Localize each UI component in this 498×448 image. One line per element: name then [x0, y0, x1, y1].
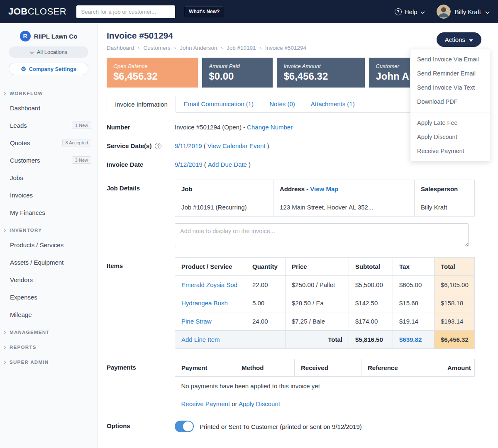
sidebar-item-mileage[interactable]: Mileage — [0, 306, 97, 323]
menu-item-send-invoice-via-text[interactable]: Send Invoice Via Text — [410, 80, 490, 95]
page-title: Invoice #501294 — [107, 31, 481, 41]
company-settings-button[interactable]: ⚙ Company Settings — [9, 63, 88, 75]
or-text: or — [232, 400, 237, 407]
add-line-item-link[interactable]: Add Line Item — [181, 336, 220, 343]
menu-item-apply-discount[interactable]: Apply Discount — [410, 130, 490, 144]
payment-column-header: Payment — [175, 359, 235, 377]
tax-cell: $605.00 — [393, 276, 435, 294]
stat-value: $6,456.32 — [283, 71, 358, 82]
app-logo[interactable]: JOBCLOSER — [8, 6, 66, 17]
help-menu[interactable]: ? Help — [395, 8, 425, 15]
whats-new-label: What's New? — [189, 9, 220, 15]
toggle-knob — [183, 421, 193, 431]
question-circle-icon[interactable]: ? — [155, 143, 161, 149]
sidebar-section-management[interactable]: MANAGEMENT — [0, 323, 97, 338]
sidebar-section-super-admin[interactable]: SUPER ADMIN — [0, 353, 97, 368]
breadcrumb-item-customer-name[interactable]: John Anderson — [180, 45, 217, 51]
logo-text-light: CLOSER — [28, 6, 66, 17]
service-date-label-text: Service Date(s) — [107, 142, 151, 149]
tab-invoice-information[interactable]: Invoice Information — [107, 96, 176, 113]
invoice-number-text: Invoice #501294 (Open) - — [175, 124, 245, 131]
help-label: Help — [405, 8, 417, 15]
sidebar-item-label: Jobs — [10, 174, 23, 181]
table-header-row: Payment Method Received Reference Amount — [175, 359, 475, 377]
breadcrumb-separator: › — [134, 45, 144, 51]
menu-item-send-reminder-email[interactable]: Send Reminder Email — [410, 66, 490, 80]
price-cell: $7.25 / Bale — [286, 312, 349, 331]
breadcrumb-separator: › — [256, 45, 265, 51]
service-date-link[interactable]: 9/11/2019 — [175, 142, 202, 149]
sidebar-item-products-services[interactable]: Products / Services — [0, 236, 97, 253]
sidebar-section-reports[interactable]: REPORTS — [0, 338, 97, 353]
add-due-date-link[interactable]: Add Due Date — [208, 161, 247, 168]
all-locations-selector[interactable]: All Locations — [9, 46, 88, 58]
all-locations-label: All Locations — [37, 49, 68, 55]
product-link[interactable]: Pine Straw — [181, 318, 212, 325]
product-link[interactable]: Emerald Zoysia Sod — [181, 281, 237, 288]
user-menu[interactable]: Billy Kraft — [437, 5, 490, 19]
tab-notes[interactable]: Notes (0) — [261, 96, 303, 113]
app-root: JOBCLOSER What's New? ? Help Billy Kraft… — [0, 0, 498, 448]
sidebar-section-inventory[interactable]: INVENTORY — [0, 221, 97, 236]
price-column-header: Price — [286, 258, 349, 276]
menu-item-apply-late-fee[interactable]: Apply Late Fee — [410, 116, 490, 130]
received-column-header: Received — [295, 359, 361, 377]
global-search-input[interactable] — [76, 5, 175, 18]
printed-or-sent-toggle[interactable] — [175, 421, 194, 432]
sidebar-item-customers[interactable]: Customers3 New — [0, 151, 97, 169]
no-payments-message: No payments have been applied to this in… — [175, 377, 475, 395]
apply-discount-link[interactable]: Apply Discount — [239, 400, 280, 407]
total-label-cell: Total — [286, 331, 349, 349]
menu-item-receive-payment[interactable]: Receive Payment — [410, 144, 490, 158]
tab-email-communication[interactable]: Email Communication (1) — [176, 96, 261, 113]
tax-total-link[interactable]: $639.82 — [399, 336, 422, 343]
options-label: Options — [107, 421, 175, 429]
table-header-row: Product / Service Quantity Price Subtota… — [175, 258, 475, 276]
tab-attachments[interactable]: Attachments (1) — [303, 96, 363, 113]
invoice-note-textarea[interactable] — [175, 223, 469, 247]
logo-text-bold: JOB — [8, 6, 28, 17]
sidebar-item-invoices[interactable]: Invoices — [0, 186, 97, 204]
items-table: Product / Service Quantity Price Subtota… — [175, 257, 475, 349]
menu-item-send-invoice-via-email[interactable]: Send Invoice Via Email — [410, 52, 490, 66]
breadcrumb-item-customers[interactable]: Customers — [144, 45, 171, 51]
tax-column-header: Tax — [393, 258, 435, 276]
product-cell: Pine Straw — [175, 312, 246, 331]
job-details-row: Job Details Job Address - View Map Sales… — [107, 180, 481, 247]
actions-button[interactable]: Actions — [437, 32, 481, 47]
product-link[interactable]: Hydrangea Bush — [181, 299, 228, 307]
breadcrumb-item-job[interactable]: Job #10191 — [227, 45, 256, 51]
sidebar-item-quotes[interactable]: Quotes8 Accepted — [0, 134, 97, 151]
view-calendar-event-link[interactable]: View Calendar Event — [208, 142, 266, 149]
sidebar-item-my-finances[interactable]: My Finances — [0, 204, 97, 221]
chevron-down-icon — [420, 8, 425, 15]
customers-badge: 3 New — [72, 156, 91, 164]
empty-cell — [246, 331, 286, 349]
options-content: Printed or Sent To Customer (printed or … — [175, 421, 474, 432]
salesperson-column-header: Salesperson — [415, 180, 475, 198]
method-column-header: Method — [235, 359, 295, 377]
help-icon: ? — [395, 8, 402, 15]
salesperson-cell: Billy Kraft — [415, 198, 475, 217]
sidebar-item-vendors[interactable]: Vendors — [0, 271, 97, 288]
view-map-link[interactable]: View Map — [310, 185, 338, 192]
receive-payment-link[interactable]: Receive Payment — [181, 400, 230, 407]
whats-new-button[interactable]: What's New? — [184, 6, 224, 17]
section-chevron-icon — [4, 229, 6, 232]
invoice-date-row: Invoice Date 9/12/2019 (Add Due Date) — [107, 161, 481, 168]
invoice-date-link[interactable]: 9/12/2019 — [175, 161, 203, 168]
sidebar-item-assets-equipment[interactable]: Assets / Equipment — [0, 253, 97, 271]
sidebar-item-expenses[interactable]: Expenses — [0, 288, 97, 306]
paren-open: ( — [204, 161, 206, 168]
invoice-date-value: 9/12/2019 (Add Due Date) — [175, 161, 474, 168]
sidebar-item-dashboard[interactable]: Dashboard — [0, 99, 97, 117]
subtotal-cell: $142.50 — [349, 294, 393, 312]
breadcrumb-item-dashboard[interactable]: Dashboard — [107, 45, 134, 51]
menu-item-download-pdf[interactable]: Download PDF — [410, 95, 490, 109]
quantity-column-header: Quantity — [246, 258, 286, 276]
table-row: Hydrangea Bush 5.00 $28.50 / Ea $142.50 … — [175, 294, 475, 312]
sidebar-item-leads[interactable]: Leads1 New — [0, 117, 97, 134]
sidebar-section-workflow[interactable]: WORKFLOW — [0, 84, 97, 99]
change-number-link[interactable]: Change Number — [247, 124, 293, 131]
sidebar-item-jobs[interactable]: Jobs — [0, 169, 97, 186]
